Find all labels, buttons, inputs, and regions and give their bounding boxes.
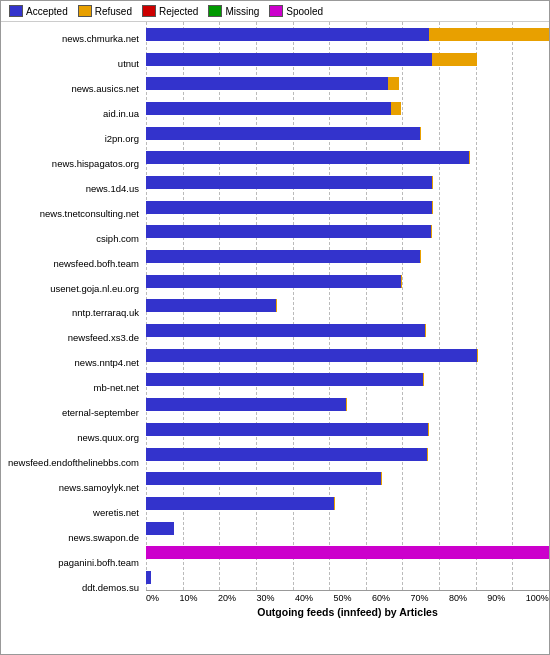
x-tick: 50% [333, 593, 351, 603]
y-label: weretis.net [5, 504, 142, 521]
y-label: mb-net.net [5, 379, 142, 396]
x-tick: 10% [179, 593, 197, 603]
bar-segment-accepted [146, 398, 346, 411]
legend-refused: Refused [78, 5, 132, 17]
legend-rejected-label: Rejected [159, 6, 198, 17]
bar-segment-accepted [146, 28, 429, 41]
bar-segment-accepted [146, 448, 427, 461]
bar-row: 58526 [146, 249, 549, 265]
y-label: news.nntp4.net [5, 354, 142, 371]
y-label: newsfeed.bofh.team [5, 255, 142, 272]
legend-rejected: Rejected [142, 5, 198, 17]
y-labels: news.chmurka.netutnutnews.ausics.netaid.… [1, 22, 146, 620]
bar-row: 42726 [146, 397, 549, 413]
bar-segment-refused [429, 28, 549, 41]
bar-segment-accepted [146, 176, 432, 189]
x-tick: 70% [410, 593, 428, 603]
spooled-color-box [269, 5, 283, 17]
bar-segment-accepted [146, 102, 391, 115]
chart-container: Accepted Refused Rejected Missing Spoole… [0, 0, 550, 655]
bars-area: 6043255260949605156245523121158482068921… [146, 22, 549, 620]
bar-row: 689211 [146, 150, 549, 166]
bars-inner: 6043255260949605156245523121158482068921… [146, 22, 549, 590]
y-label: aid.in.ua [5, 105, 142, 122]
bar-segment-accepted [146, 53, 432, 66]
bar-row: 59126 [146, 372, 549, 388]
y-label: newsfeed.xs3.de [5, 329, 142, 346]
y-label: usenet.goja.nl.eu.org [5, 280, 142, 297]
y-label: news.ausics.net [5, 80, 142, 97]
bar-segment-refused [420, 127, 421, 140]
missing-color-box [208, 5, 222, 17]
bar-segment-accepted [146, 373, 423, 386]
y-label: news.chmurka.net [5, 30, 142, 47]
y-label: i2pn.org [5, 130, 142, 147]
y-label: nntp.terraraq.uk [5, 304, 142, 321]
bar-row: 54326 [146, 273, 549, 289]
bar-segment-refused [391, 102, 401, 115]
bar-row: 59626 [146, 323, 549, 339]
bar-row: 8599 [146, 545, 549, 561]
bar-row: 60106 [146, 421, 549, 437]
bar-segment-accepted [146, 299, 276, 312]
y-label: news.swapon.de [5, 529, 142, 546]
rejected-color-box [142, 5, 156, 17]
bar-row: 5156245 [146, 76, 549, 92]
y-label: news.1d4.us [5, 180, 142, 197]
accepted-color-box [9, 5, 23, 17]
bar-row: 27846 [146, 298, 549, 314]
x-title: Outgoing feeds (innfeed) by Articles [146, 606, 549, 618]
x-tick: 0% [146, 593, 159, 603]
bar-segment-accepted [146, 77, 388, 90]
bar-row: 59966 [146, 446, 549, 462]
y-label: news.quux.org [5, 429, 142, 446]
x-axis: 0%10%20%30%40%50%60%70%80%90%100% Outgoi… [146, 590, 549, 620]
bar-segment-accepted [146, 497, 334, 510]
bar-segment-refused [388, 77, 399, 90]
y-label: news.samoylyk.net [5, 479, 142, 496]
bar-segment-accepted [146, 472, 381, 485]
y-label: ddt.demos.su [5, 579, 142, 596]
legend-spooled-label: Spooled [286, 6, 323, 17]
bar-row: 584820 [146, 125, 549, 141]
bar-segment-accepted [146, 151, 469, 164]
bar-row: 70706 [146, 347, 549, 363]
bar-segment-accepted [146, 275, 401, 288]
refused-color-box [78, 5, 92, 17]
y-label: news.hispagatos.org [5, 155, 142, 172]
bar-row: 60432552 [146, 26, 549, 42]
y-label: eternal-september [5, 404, 142, 421]
legend-spooled: Spooled [269, 5, 323, 17]
bar-segment-accepted [146, 423, 428, 436]
bar-segment-accepted [146, 349, 477, 362]
legend-accepted-label: Accepted [26, 6, 68, 17]
bar-row: 5231211 [146, 100, 549, 116]
y-label: news.tnetconsulting.net [5, 205, 142, 222]
bar-segment-refused [432, 53, 477, 66]
x-tick: 40% [295, 593, 313, 603]
x-tick: 80% [449, 593, 467, 603]
bar-row: 60937 [146, 174, 549, 190]
legend-missing: Missing [208, 5, 259, 17]
bar-segment-spooled [146, 546, 549, 559]
bar-segment-accepted [146, 522, 174, 535]
bar-row: 104 [146, 569, 549, 585]
legend-missing-label: Missing [225, 6, 259, 17]
bar-segment-accepted [146, 225, 431, 238]
x-ticks: 0%10%20%30%40%50%60%70%80%90%100% [146, 590, 549, 603]
x-tick: 100% [526, 593, 549, 603]
bar-segment-accepted [146, 571, 151, 584]
x-tick: 90% [487, 593, 505, 603]
legend: Accepted Refused Rejected Missing Spoole… [1, 1, 549, 22]
legend-refused-label: Refused [95, 6, 132, 17]
y-label: newsfeed.endofthelinebbs.com [5, 454, 142, 471]
y-label: csiph.com [5, 230, 142, 247]
bar-segment-accepted [146, 201, 432, 214]
bar-row: 40035 [146, 495, 549, 511]
bar-row: 6011 [146, 520, 549, 536]
legend-accepted: Accepted [9, 5, 68, 17]
bar-row: 50155 [146, 471, 549, 487]
x-tick: 30% [256, 593, 274, 603]
bar-segment-accepted [146, 250, 420, 263]
bar-row: 6094960 [146, 51, 549, 67]
